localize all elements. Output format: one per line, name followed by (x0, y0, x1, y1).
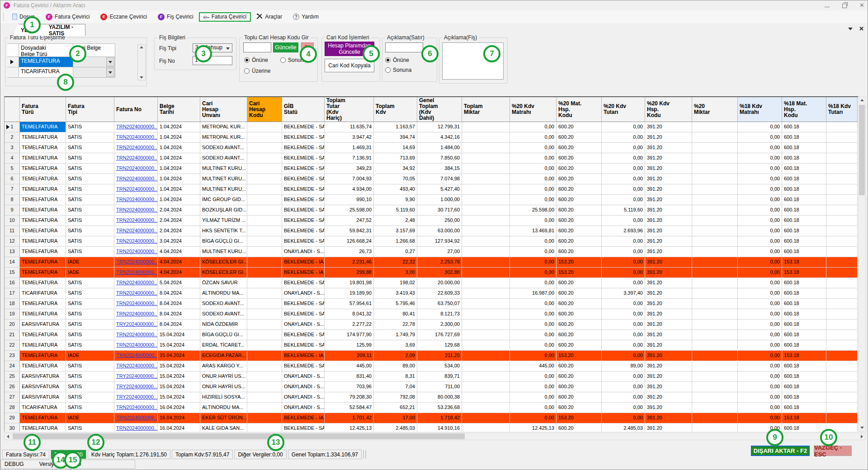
cell-miktar[interactable] (462, 236, 510, 246)
cell-mik20[interactable] (692, 392, 738, 402)
cell-mik20[interactable] (692, 413, 738, 423)
cell-mhk18[interactable]: 600.18 (782, 371, 826, 381)
fatura-no-link[interactable]: TRN2024000000... (116, 311, 158, 316)
cell-mik20[interactable] (692, 340, 738, 350)
cell-mhk20[interactable]: 600.20 (557, 143, 602, 153)
cell-rowhead[interactable]: 28 (5, 403, 20, 413)
cell-t18[interactable] (826, 247, 858, 257)
cell-no[interactable]: TRN2024000000... (114, 351, 158, 361)
cell-t20[interactable]: 0,00 (602, 330, 645, 340)
cell-t18[interactable] (826, 174, 858, 184)
cell-t18[interactable] (826, 195, 858, 205)
cell-tipi[interactable]: SATIS (66, 361, 114, 371)
cell-t18[interactable] (826, 371, 858, 381)
cell-tipi[interactable]: SATIS (66, 299, 114, 309)
cell-mhk18[interactable]: 600.18 (782, 423, 826, 432)
cell-tutar[interactable]: 2.231,46 (325, 257, 374, 267)
cell-tarih[interactable]: 15.04.2024 (158, 330, 200, 340)
cell-t18[interactable] (826, 226, 858, 236)
cell-kodu[interactable] (247, 382, 282, 392)
fatura-no-link[interactable]: TRN2024000000... (116, 280, 158, 285)
cell-mik20[interactable] (692, 174, 738, 184)
menu-item-eczane-cevirici[interactable]: EEczane Çevirici (95, 12, 152, 22)
cell-t18[interactable] (826, 153, 858, 163)
table-row[interactable]: 17TICARIFATURASATISTRN2024000000...8.04.… (5, 288, 858, 299)
cell-rowhead[interactable]: 25 (5, 371, 20, 381)
table-row[interactable]: 26EARSIVFATURASATISTRY2024000000...15.04… (5, 382, 858, 392)
cell-turu[interactable]: TEMELFATURA (20, 351, 66, 361)
cell-m18[interactable]: 0,00 (738, 174, 782, 184)
cell-genel[interactable]: 1.000,00 (417, 195, 462, 205)
cell-tutar[interactable]: 52.584,47 (325, 403, 374, 413)
cell-kodu[interactable] (247, 122, 282, 132)
cell-kdv[interactable]: 1.163,57 (374, 122, 417, 132)
cell-t20[interactable]: 2.485,03 (602, 423, 645, 432)
cell-khk20[interactable]: 391.20 (645, 361, 692, 371)
cell-tarih[interactable]: 16.04.2024 (158, 403, 200, 413)
cell-statu[interactable]: BEKLEMEDE - SA... (282, 174, 325, 184)
cell-tutar[interactable]: 79.208,30 (325, 392, 374, 402)
column-header-genel[interactable]: Genel Toplam (Kdv Dahil) (417, 97, 462, 122)
cell-turu[interactable]: TEMELFATURA (20, 236, 66, 246)
cell-m18[interactable]: 0,00 (738, 278, 782, 288)
cell-tutar[interactable]: 4.934,00 (325, 184, 374, 194)
cell-rowhead[interactable]: 18 (5, 299, 20, 309)
cell-kodu[interactable] (247, 340, 282, 350)
cell-miktar[interactable] (462, 226, 510, 236)
cell-kdv[interactable]: 3.419,43 (374, 288, 417, 298)
cell-kodu[interactable] (247, 361, 282, 371)
cell-m20[interactable]: 0,00 (510, 268, 557, 277)
cell-t20[interactable]: 3.397,40 (602, 288, 645, 298)
cell-unvan[interactable]: MULTINET KURU... (200, 184, 247, 194)
cell-no[interactable]: TRN2024000000... (114, 413, 158, 423)
cell-mhk18[interactable]: 600.18 (782, 164, 826, 174)
cell-no[interactable]: TRN2024000000... (114, 288, 158, 298)
cell-miktar[interactable] (462, 330, 510, 340)
column-header-miktar[interactable]: Toplam Miktar (462, 97, 510, 122)
cell-khk20[interactable]: 391.20 (645, 226, 692, 236)
cell-miktar[interactable] (462, 351, 510, 361)
cell-t18[interactable] (826, 361, 858, 371)
table-row[interactable]: 18TEMELFATURASATISTRN2024000000...8.04.2… (5, 299, 858, 309)
cell-turu[interactable]: TEMELFATURA (20, 184, 66, 194)
table-row[interactable]: 27EARSIVFATURASATISTRY2024000000...15.04… (5, 392, 858, 403)
fatura-no-link[interactable]: TRN2024000000... (116, 155, 158, 160)
cell-statu[interactable]: BEKLEMEDE - SA... (282, 278, 325, 288)
cell-turu[interactable]: TEMELFATURA (20, 257, 66, 267)
cell-turu[interactable]: TEMELFATURA (20, 413, 66, 423)
cell-mhk20[interactable]: 153.20 (557, 413, 602, 423)
table-row[interactable]: 24TEMELFATURASATISTRN2024000000...15.04.… (5, 361, 858, 371)
fatura-no-link[interactable]: TRN2024000000... (116, 228, 158, 233)
fatura-no-link[interactable]: TRY2024000000... (116, 321, 158, 327)
cell-m20[interactable]: 0,00 (510, 351, 557, 361)
fatura-no-link[interactable]: TRY2024000000... (116, 384, 158, 389)
cell-mhk18[interactable]: 153.18 (782, 257, 826, 267)
fatura-no-link[interactable]: TRN2024000000... (116, 207, 158, 212)
minimize-button[interactable] (825, 4, 830, 7)
cell-genel[interactable]: 129,68 (417, 340, 462, 350)
cell-miktar[interactable] (462, 247, 510, 257)
cell-mhk20[interactable]: 600.20 (557, 174, 602, 184)
table-row[interactable]: 19TEMELFATURASATISTRN2024000000...8.04.2… (5, 309, 858, 320)
cell-khk20[interactable]: 391.20 (645, 184, 692, 194)
cell-tarih[interactable]: 16.04.2024 (158, 413, 200, 423)
fatura-no-link[interactable]: TRN2024000000... (116, 197, 158, 202)
cell-tutar[interactable]: 19.189,90 (325, 288, 374, 298)
cell-mhk20[interactable]: 600.20 (557, 403, 602, 413)
cell-tipi[interactable]: SATIS (66, 184, 114, 194)
cell-unvan[interactable]: BOZKUŞLAR GID... (200, 205, 247, 215)
cell-tarih[interactable]: 15.04.2024 (158, 340, 200, 350)
cell-statu[interactable]: BEKLEMEDE - SA... (282, 184, 325, 194)
cell-mhk18[interactable]: 600.18 (782, 184, 826, 194)
cell-khk20[interactable]: 391.20 (645, 205, 692, 215)
cell-kodu[interactable] (247, 174, 282, 184)
cell-kodu[interactable] (247, 164, 282, 174)
column-header-mhk18[interactable]: %18 Mat. Hsp. Kodu (782, 97, 826, 122)
cell-statu[interactable]: BEKLEMEDE - SA... (282, 340, 325, 350)
cell-tipi[interactable]: SATIS (66, 164, 114, 174)
cell-mik20[interactable] (692, 371, 738, 381)
column-header-mik20[interactable]: %20 Miktar (692, 97, 738, 122)
cell-statu[interactable]: BEKLEMEDE - SA... (282, 122, 325, 132)
cell-rowhead[interactable]: 5 (5, 164, 20, 174)
cell-mik20[interactable] (692, 288, 738, 298)
